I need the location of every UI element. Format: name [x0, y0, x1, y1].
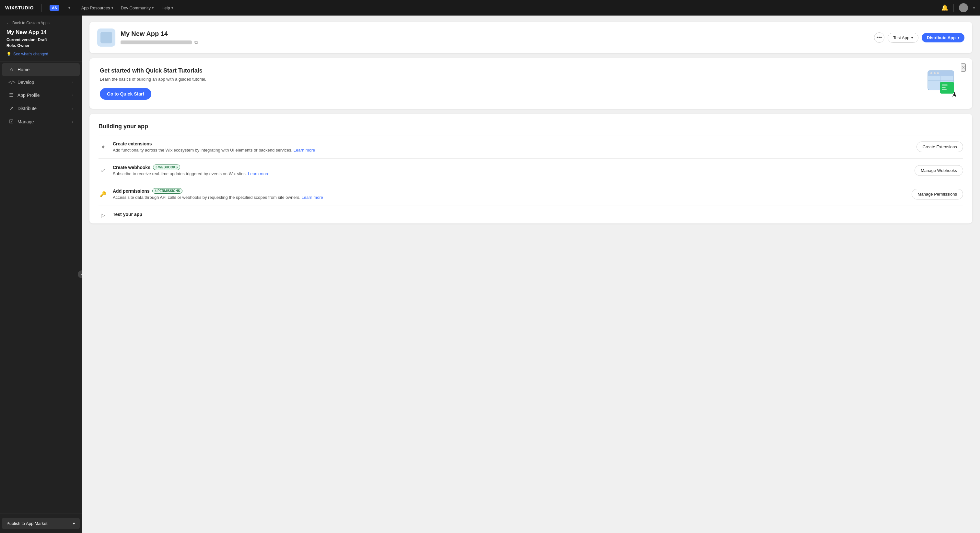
permissions-title: Add permissions 4 PERMISSIONS	[113, 188, 907, 194]
sidebar-item-home[interactable]: ⌂ Home	[2, 63, 80, 76]
test-app-label: Test App	[893, 35, 909, 40]
develop-icon: </>	[8, 80, 14, 84]
distribute-label: Distribute App	[927, 35, 956, 40]
main-layout: ← Back to Custom Apps My New App 14 Curr…	[0, 16, 980, 533]
svg-rect-8	[940, 82, 954, 94]
nav-divider	[41, 4, 42, 12]
svg-point-4	[934, 72, 935, 74]
quick-start-illustration	[926, 69, 962, 98]
permissions-desc: Access site data through API calls or we…	[113, 195, 907, 200]
sidebar-role: Role: Owner	[0, 43, 82, 49]
avatar[interactable]	[959, 3, 968, 12]
sidebar-item-label-home: Home	[18, 67, 30, 72]
app-name: My New App 14	[121, 30, 869, 38]
user-badge: AS	[49, 5, 59, 11]
lightbulb-icon: 💡	[6, 52, 11, 56]
publish-chevron-icon: ▾	[73, 521, 75, 526]
distribute-icon: ↗	[8, 105, 14, 111]
create-extensions-button[interactable]: Create Extensions	[916, 141, 963, 152]
sidebar-app-title: My New App 14	[0, 28, 82, 37]
topnav-nav: App Resources ▾ Dev Community ▾ Help ▾	[78, 3, 933, 12]
nav-dev-community[interactable]: Dev Community ▾	[118, 3, 157, 12]
quick-start-close-button[interactable]: ×	[961, 63, 966, 71]
chevron-right-icon: ›	[72, 80, 73, 84]
sidebar-divider	[0, 62, 82, 62]
topnav: WIXSTUDIO AS ▾ App Resources ▾ Dev Commu…	[0, 0, 980, 16]
svg-point-5	[937, 72, 939, 74]
publish-to-app-market-button[interactable]: Publish to App Market ▾	[2, 518, 80, 529]
permissions-content: Add permissions 4 PERMISSIONS Access sit…	[113, 188, 907, 200]
manage-webhooks-button[interactable]: Manage Webhooks	[915, 165, 963, 176]
user-chevron[interactable]: ▾	[68, 6, 70, 10]
svg-point-3	[931, 72, 932, 74]
app-header-card: My New App 14 ⧉ ••• Test App ▾ Distribut…	[89, 22, 972, 53]
whats-changed-label: See what's changed	[13, 52, 48, 56]
app-header-info: My New App 14 ⧉	[121, 30, 869, 45]
webhooks-learn-more-link[interactable]: Learn more	[248, 171, 269, 176]
sidebar-item-manage[interactable]: ☑ Manage ›	[2, 115, 80, 128]
test-app-button[interactable]: Test App ▾	[888, 33, 918, 43]
avatar-chevron[interactable]: ▾	[973, 6, 975, 10]
back-to-custom-apps[interactable]: ← Back to Custom Apps	[0, 16, 82, 28]
test-app-item-title: Test your app	[113, 212, 963, 217]
building-item-extensions: ✦ Create extensions Add functionality ac…	[99, 135, 963, 159]
copy-icon[interactable]: ⧉	[194, 40, 198, 45]
main-content: My New App 14 ⧉ ••• Test App ▾ Distribut…	[82, 16, 980, 533]
sidebar: ← Back to Custom Apps My New App 14 Curr…	[0, 16, 82, 533]
permissions-badge: 4 PERMISSIONS	[152, 188, 183, 194]
app-id-row: ⧉	[121, 40, 869, 45]
distribute-chevron-icon: ▾	[958, 36, 959, 40]
svg-rect-9	[942, 84, 948, 86]
chevron-right-icon-4: ›	[72, 120, 73, 124]
sidebar-item-distribute[interactable]: ↗ Distribute ›	[2, 102, 80, 115]
home-icon: ⌂	[8, 67, 14, 73]
building-section-title: Building your app	[99, 123, 963, 130]
sidebar-bottom: Publish to App Market ▾	[0, 514, 82, 533]
sidebar-item-app-profile[interactable]: ☰ App Profile ›	[2, 89, 80, 102]
webhooks-content: Create webhooks 3 WEBHOOKS Subscribe to …	[113, 165, 909, 176]
quick-start-content: Get started with Quick Start Tutorials L…	[100, 67, 918, 100]
test-app-chevron-icon: ▾	[911, 36, 913, 40]
bell-icon[interactable]: 🔔	[941, 4, 948, 11]
nav-help[interactable]: Help ▾	[158, 3, 176, 12]
test-icon: ▷	[99, 212, 108, 218]
distribute-app-button[interactable]: Distribute App ▾	[922, 33, 964, 43]
extensions-content: Create extensions Add functionality acro…	[113, 141, 911, 152]
webhooks-badge: 3 WEBHOOKS	[153, 165, 180, 170]
sidebar-item-develop[interactable]: </> Develop ›	[2, 76, 80, 89]
go-to-quick-start-button[interactable]: Go to Quick Start	[100, 88, 151, 100]
permissions-learn-more-link[interactable]: Learn more	[301, 195, 323, 200]
chevron-right-icon-3: ›	[72, 106, 73, 110]
app-header-actions: ••• Test App ▾ Distribute App ▾	[874, 32, 964, 43]
app-icon-inner	[100, 32, 112, 43]
back-label: Back to Custom Apps	[12, 21, 49, 25]
nav-app-resources[interactable]: App Resources ▾	[78, 3, 116, 12]
extensions-title: Create extensions	[113, 141, 911, 146]
app-profile-icon: ☰	[8, 92, 14, 98]
sidebar-item-label-app-profile: App Profile	[18, 93, 40, 98]
more-options-button[interactable]: •••	[874, 32, 885, 43]
app-id-bar	[121, 40, 192, 44]
webhooks-desc: Subscribe to receive real-time updates t…	[113, 171, 909, 176]
manage-icon: ☑	[8, 119, 14, 125]
manage-permissions-button[interactable]: Manage Permissions	[912, 189, 963, 200]
publish-label: Publish to App Market	[6, 521, 47, 526]
building-item-test-app: ▷ Test your app	[99, 206, 963, 218]
sidebar-item-label-distribute: Distribute	[18, 106, 37, 111]
logo-text: WIXSTUDIO	[5, 5, 34, 10]
permissions-icon: 🔑	[99, 191, 108, 197]
sidebar-collapse-toggle[interactable]: ‹	[78, 270, 82, 278]
quick-start-desc: Learn the basics of building an app with…	[100, 77, 918, 82]
app-icon	[97, 29, 115, 47]
quick-start-card: Get started with Quick Start Tutorials L…	[89, 58, 972, 109]
svg-rect-2	[928, 74, 954, 76]
test-app-content: Test your app	[113, 212, 963, 218]
topnav-separator	[953, 4, 954, 12]
webhooks-icon: ⤢	[99, 167, 108, 174]
topnav-right: 🔔 ▾	[941, 3, 975, 12]
logo[interactable]: WIXSTUDIO	[5, 5, 34, 10]
extensions-learn-more-link[interactable]: Learn more	[294, 148, 315, 152]
svg-rect-11	[942, 89, 947, 90]
whats-changed-link[interactable]: 💡 See what's changed	[0, 49, 82, 62]
svg-rect-10	[942, 87, 946, 88]
